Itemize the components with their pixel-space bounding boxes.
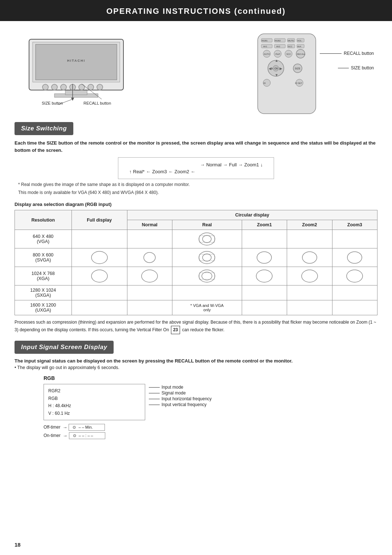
footnote1: * Real mode gives the image of the same …: [18, 182, 377, 187]
real-1024: [172, 267, 242, 285]
full-1600: [72, 300, 127, 315]
full-800: [72, 248, 127, 267]
zoom1-1280: [242, 285, 287, 300]
svg-text:AV1: AV1: [263, 45, 268, 48]
circle-real: [197, 251, 216, 264]
zoom3-1280: [332, 285, 377, 300]
remote-diagram: RGB1 RGB2 MUTE VOL- AV1 AV2 SCC AV4: [225, 32, 377, 116]
svg-text:SCC: SCC: [286, 53, 291, 55]
svg-text:◀: ◀: [269, 66, 271, 70]
real-1600: * VGA and W-VGAonly: [172, 300, 242, 315]
signal-line-h: H : 48.4kHz: [48, 402, 140, 409]
res-800: 800 X 600(SVGA): [15, 248, 72, 267]
signal-line-v: V : 60.1 Hz: [48, 410, 140, 417]
svg-text:RGB2: RGB2: [275, 40, 281, 42]
svg-point-67: [347, 252, 362, 263]
table-note: Processes such as compression (thinning)…: [15, 319, 377, 334]
svg-text:AV4: AV4: [297, 45, 302, 48]
svg-point-65: [257, 252, 271, 263]
monitor-diagram: HITACHI SIZE button RECALL button: [15, 32, 138, 108]
on-timer-row: On-timer → ⊙ – – : – –: [44, 432, 212, 439]
svg-point-68: [91, 270, 107, 282]
full-1024: [72, 267, 127, 285]
svg-text:AV2: AV2: [276, 45, 281, 48]
zoom2-1280: [287, 285, 332, 300]
full-label: Full: [229, 162, 237, 167]
display-area-section: Display area selection diagram (RGB inpu…: [15, 202, 377, 334]
zoom3-1600: [332, 300, 377, 315]
svg-point-62: [199, 251, 215, 264]
annotation-4: Input vertical frequency: [149, 402, 212, 407]
on-timer-label: On-timer: [44, 433, 61, 438]
svg-text:RECALL: RECALL: [297, 53, 306, 55]
off-timer-box: ⊙ – – Min.: [69, 424, 105, 431]
svg-text:SCC: SCC: [288, 45, 293, 48]
svg-text:OK: OK: [274, 67, 278, 70]
sub-col-zoom3: Zoom3: [332, 220, 377, 230]
arr-right-1: →: [200, 162, 205, 167]
annotation-text-3: Input horizontal frequency: [162, 396, 212, 401]
col-circular-display: Circular display: [127, 210, 377, 220]
arr-down: ↓: [261, 162, 263, 167]
real-640: [172, 230, 242, 248]
off-timer-value: – – Min.: [79, 425, 93, 429]
norm-1600: [127, 300, 172, 315]
size-switching-section: Size Switching Each time the SIZE button…: [15, 122, 377, 195]
size-button-callout: SIZE button: [338, 65, 374, 70]
real-1280: [172, 285, 242, 300]
svg-rect-59: [199, 236, 215, 242]
rgb-label: RGB: [44, 375, 212, 381]
real-label: Real*: [133, 169, 145, 174]
input-signal-section: Input Signal Screen Display The input si…: [15, 341, 377, 439]
badge-23: 23: [171, 326, 180, 334]
table-row: 1024 X 768(XGA): [15, 267, 377, 285]
sub-col-real: Real: [172, 220, 242, 230]
svg-point-6: [42, 84, 48, 90]
arr-right-timer2: →: [63, 433, 68, 438]
arr-left-1: ←: [146, 169, 151, 174]
res-640: 640 X 480(VGA): [15, 230, 72, 248]
svg-point-66: [302, 252, 317, 263]
svg-point-60: [91, 251, 107, 264]
norm-800: [127, 248, 172, 267]
monitor-svg: HITACHI SIZE button RECALL button: [22, 32, 131, 108]
svg-point-7: [52, 84, 57, 90]
svg-point-58: [203, 235, 211, 243]
size-button-label: SIZE button: [351, 65, 374, 70]
svg-point-73: [256, 270, 272, 282]
circle-zoom1: [255, 251, 274, 264]
signal-annotations: Input mode Signal mode Input horizontal …: [149, 384, 212, 407]
svg-text:VOL-: VOL-: [297, 40, 302, 42]
zoom2-1024: [287, 267, 332, 285]
size-switch-row1: → Normal → Full → Zoom1 ↓: [129, 162, 263, 167]
size-switch-row2: ↑ Real* ← Zoom3 ← Zoom2 ←: [129, 169, 263, 174]
arr-up: ↑: [129, 169, 132, 174]
annotation-text-1: Input mode: [162, 385, 183, 390]
svg-text:ID: ID: [264, 82, 266, 84]
on-timer-box: ⊙ – – : – –: [69, 432, 105, 439]
svg-point-69: [142, 270, 158, 282]
circle-norm: [140, 251, 159, 264]
full-640: [72, 230, 127, 248]
svg-rect-64: [199, 254, 215, 261]
annotation-text-2: Signal mode: [162, 390, 186, 396]
col-full-display: Full display: [72, 210, 127, 230]
arr-left-3: ←: [191, 169, 195, 174]
sub-col-zoom1: Zoom1: [242, 220, 287, 230]
svg-point-71: [202, 272, 212, 280]
off-timer-icon: ⊙: [73, 425, 76, 429]
zoom3-label: Zoom3: [152, 169, 167, 174]
svg-text:MUTE: MUTE: [288, 40, 294, 42]
svg-text:HITACHI: HITACHI: [67, 59, 85, 62]
full-1280: [72, 285, 127, 300]
signal-lines: RGR2 RGB H : 48.4kHz V : 60.1 Hz: [48, 387, 140, 417]
svg-text:▶: ▶: [279, 66, 282, 70]
svg-point-12: [97, 84, 103, 90]
norm-1024: [127, 267, 172, 285]
svg-point-63: [203, 254, 211, 261]
display-table: Resolution Full display Circular display…: [15, 210, 377, 315]
page-header: OPERATING INSTRUCTIONS (continued): [0, 0, 392, 21]
sub-col-normal: Normal: [127, 220, 172, 230]
zoom3-1024: [332, 267, 377, 285]
circle-zoom3: [345, 251, 364, 264]
